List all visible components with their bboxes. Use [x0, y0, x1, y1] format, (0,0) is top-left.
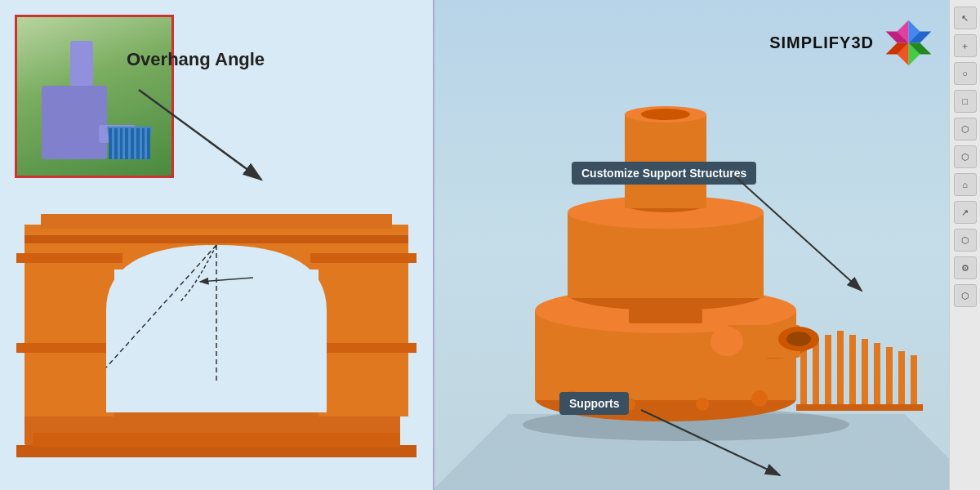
- thumb-support-line: [114, 128, 118, 159]
- left-panel: Overhang Angle: [0, 0, 433, 490]
- toolbar-shape4-btn[interactable]: ⬡: [954, 284, 977, 307]
- overhang-angle-label: Overhang Angle: [127, 49, 265, 70]
- svg-point-46: [751, 390, 768, 407]
- right-toolbar: ↖ ＋ ○ □ ⬡ ⬡ ⌂ ↗ ⬡ ⚙ ⬡: [949, 0, 980, 490]
- svg-rect-4: [318, 245, 408, 416]
- toolbar-shape2-btn[interactable]: ⬡: [954, 145, 977, 168]
- svg-rect-6: [16, 253, 122, 263]
- svg-rect-26: [886, 347, 893, 408]
- toolbar-settings-btn[interactable]: ⚙: [954, 256, 977, 279]
- toolbar-shape1-btn[interactable]: ⬡: [954, 118, 977, 140]
- svg-point-48: [696, 398, 709, 411]
- svg-rect-28: [911, 355, 917, 408]
- svg-rect-7: [310, 253, 416, 263]
- toolbar-circle-btn[interactable]: ○: [954, 62, 977, 85]
- panel-divider: [433, 0, 434, 490]
- supports-tooltip: Supports: [559, 392, 629, 415]
- thumb-support-line: [125, 128, 128, 159]
- logo-text: SIMPLIFY3D: [769, 33, 874, 52]
- arch-svg: [16, 180, 416, 482]
- svg-rect-11: [41, 214, 392, 229]
- svg-rect-23: [849, 335, 856, 408]
- supports-arrow: [641, 410, 804, 490]
- svg-rect-49: [629, 309, 702, 323]
- toolbar-square-btn[interactable]: □: [954, 90, 977, 113]
- svg-line-61: [641, 410, 780, 475]
- main-container: Overhang Angle: [0, 0, 980, 490]
- svg-rect-27: [898, 351, 905, 408]
- thumb-purple-pipe: [70, 41, 93, 86]
- toolbar-link-btn[interactable]: ↗: [954, 201, 977, 224]
- svg-point-44: [786, 332, 811, 346]
- thumbnail-arrow: [131, 82, 278, 188]
- svg-point-39: [641, 109, 690, 120]
- svg-line-1: [139, 90, 261, 180]
- customize-tooltip: Customize Support Structures: [572, 162, 756, 185]
- svg-rect-29: [796, 404, 923, 411]
- toolbar-home-btn[interactable]: ⌂: [954, 173, 977, 196]
- toolbar-zoom-btn[interactable]: ＋: [954, 34, 977, 57]
- right-panel: SIMPLIFY3D Customize Support Structures: [433, 0, 980, 490]
- logo-container: SIMPLIFY3D: [769, 16, 935, 69]
- svg-rect-13: [33, 433, 400, 448]
- svg-rect-22: [837, 331, 844, 408]
- svg-rect-24: [862, 339, 868, 408]
- svg-rect-20: [813, 339, 819, 408]
- thumb-support-line: [109, 128, 112, 159]
- svg-line-59: [735, 176, 862, 291]
- toolbar-cursor-btn[interactable]: ↖: [954, 7, 977, 29]
- toolbar-shape3-btn[interactable]: ⬡: [954, 229, 977, 252]
- thumb-support-line: [120, 128, 123, 159]
- customize-arrow: [735, 176, 882, 307]
- svg-rect-3: [24, 245, 114, 416]
- svg-point-42: [710, 327, 743, 356]
- svg-rect-25: [874, 343, 880, 408]
- svg-rect-21: [825, 335, 831, 408]
- svg-rect-10: [24, 235, 408, 243]
- logo-icon: [882, 16, 935, 69]
- thumb-purple-body: [42, 86, 107, 159]
